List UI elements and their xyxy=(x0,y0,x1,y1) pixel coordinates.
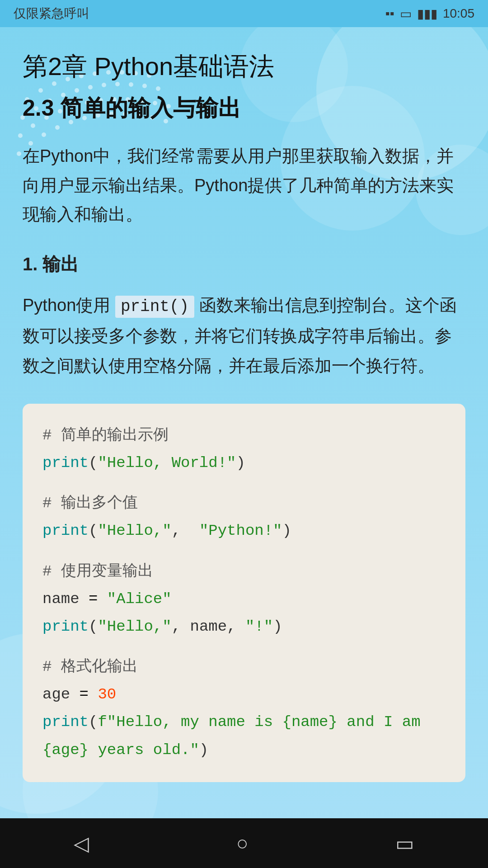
code-blank-1 xyxy=(42,477,446,490)
code-line-print-format-1: print(f"Hello, my name is {name} and I a… xyxy=(42,708,446,736)
body-text-before-code: Python使用 xyxy=(23,296,110,315)
code-line-name-assign: name = "Alice" xyxy=(42,585,446,613)
main-content: 第2章 Python基础语法 2.3 简单的输入与输出 在Python中，我们经… xyxy=(0,27,488,800)
subsection-output-label: 1. 输出 xyxy=(23,252,465,277)
status-bar: 仅限紧急呼叫 ▪▪ ▭ ▮▮▮ 10:05 xyxy=(0,0,488,27)
code-line-print-multi: print("Hello,", "Python!") xyxy=(42,517,446,545)
clock: 10:05 xyxy=(443,6,474,21)
code-comment-3: # 使用变量输出 xyxy=(42,558,446,585)
nav-bar: ◁ ○ ▭ xyxy=(0,818,488,868)
section-title: 2.3 简单的输入与输出 xyxy=(23,93,465,123)
chapter-title: 第2章 Python基础语法 xyxy=(23,50,465,84)
status-emergency-text: 仅限紧急呼叫 xyxy=(14,5,89,22)
status-right-icons: ▪▪ ▭ ▮▮▮ 10:05 xyxy=(385,6,474,21)
code-blank-3 xyxy=(42,641,446,653)
nav-home-button[interactable]: ○ xyxy=(236,832,249,854)
sim-icon: ▭ xyxy=(400,6,412,21)
inline-code-print: print() xyxy=(115,296,194,318)
nav-back-button[interactable]: ◁ xyxy=(74,832,89,855)
code-line-print-name: print("Hello,", name, "!") xyxy=(42,613,446,641)
code-block: # 简单的输出示例 print("Hello, World!") # 输出多个值… xyxy=(23,404,465,782)
code-comment-1: # 简单的输出示例 xyxy=(42,422,446,449)
battery-icon: ▮▮▮ xyxy=(417,6,437,21)
vibrate-icon: ▪▪ xyxy=(385,6,394,21)
code-line-print-hello: print("Hello, World!") xyxy=(42,449,446,477)
code-line-print-format-2: {age} years old.") xyxy=(42,736,446,764)
body-text-print: Python使用 print() 函数来输出信息到控制台。这个函数可以接受多个参… xyxy=(23,290,465,381)
intro-text: 在Python中，我们经常需要从用户那里获取输入数据，并向用户显示输出结果。Py… xyxy=(23,142,465,229)
nav-recent-button[interactable]: ▭ xyxy=(395,832,414,855)
code-blank-2 xyxy=(42,545,446,558)
code-comment-2: # 输出多个值 xyxy=(42,490,446,517)
code-line-age-assign: age = 30 xyxy=(42,681,446,708)
code-comment-4: # 格式化输出 xyxy=(42,653,446,681)
